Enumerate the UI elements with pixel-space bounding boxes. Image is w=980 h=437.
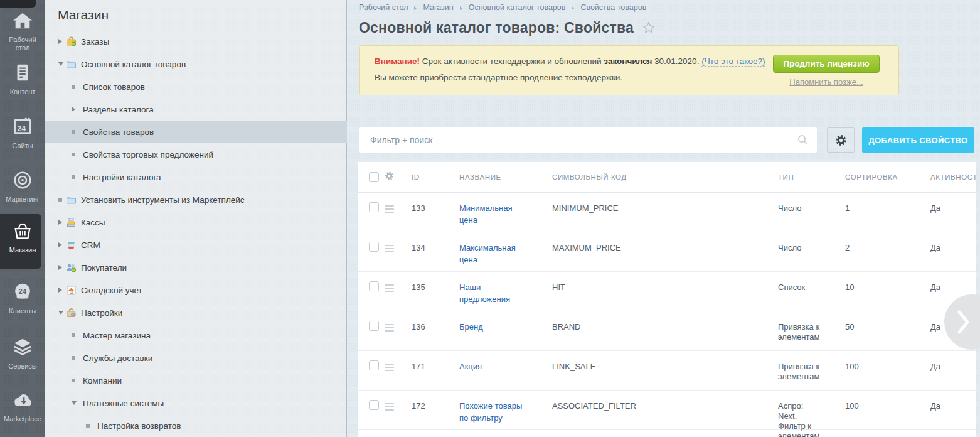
drag-handle-icon[interactable] [385, 403, 394, 413]
sidebar-item-5[interactable]: Свойства товаров [45, 121, 347, 143]
cell-code: MAXIMUM_PRICE [552, 242, 765, 254]
rail-item-sites[interactable]: 24Сайты [0, 116, 45, 150]
row-checkbox[interactable] [369, 281, 379, 291]
sidebar-item-14[interactable]: Мастер магазина [45, 324, 347, 347]
breadcrumb-item-1[interactable]: Рабочий стол [359, 3, 408, 12]
sidebar-item-17[interactable]: Платежные системы [45, 392, 347, 414]
sidebar-item-18[interactable]: Настройка возвратов [45, 414, 347, 437]
row-checkbox[interactable] [369, 202, 379, 212]
sidebar-item-4[interactable]: Разделы каталога [45, 98, 347, 121]
column-header-6[interactable]: АКТИВНОСТЬ [930, 173, 976, 181]
favorite-star-icon[interactable] [642, 21, 655, 36]
filter-search-input[interactable] [359, 127, 817, 153]
sidebar-item-label: Настройки каталога [83, 173, 161, 182]
column-header-1[interactable]: ID [412, 173, 420, 181]
sidebar-item-label: Заказы [81, 37, 109, 46]
sidebar-item-8[interactable]: Установить инструменты из Маркетплейс [45, 188, 347, 211]
table-row-136: 136 Бренд BRAND Привязка к элементам 50 … [358, 311, 976, 351]
marketing-icon [12, 170, 33, 191]
cell-name-link[interactable]: Максимальная цена [459, 242, 530, 266]
cell-active: Да [930, 360, 968, 372]
banner-line1: Внимание! Срок активности техподдержки и… [375, 53, 773, 70]
clients-icon: 24 [12, 281, 33, 303]
sidebar-item-13[interactable]: Настройки [45, 301, 347, 324]
cell-sort: 50 [845, 321, 889, 333]
sidebar-item-10[interactable]: CRM [45, 234, 347, 256]
services-icon [12, 337, 33, 358]
rail-item-label: Сервисы [4, 362, 41, 370]
cell-name-link[interactable]: Похожие товары по фильтру [459, 400, 530, 424]
row-checkbox[interactable] [369, 360, 379, 370]
cell-id: 136 [412, 321, 449, 333]
license-warning-banner: Внимание! Срок активности техподдержки и… [359, 45, 899, 95]
breadcrumb: Рабочий столМагазинОсновной каталог това… [359, 3, 646, 12]
banner-text: Внимание! Срок активности техподдержки и… [360, 46, 773, 95]
cell-sort: 1 [845, 202, 889, 214]
sidebar-item-6[interactable]: Свойства торговых предложений [45, 143, 347, 166]
cell-name-link[interactable]: Минимальная цена [459, 202, 530, 226]
cell-type: Привязка к элементам [778, 321, 823, 342]
row-checkbox[interactable] [369, 321, 379, 331]
breadcrumb-item-3[interactable]: Основной каталог товаров [469, 3, 566, 12]
cell-sort: 100 [845, 360, 889, 372]
cell-active: Да [930, 242, 968, 254]
rail-item-marketing[interactable]: Маркетинг [0, 170, 45, 203]
breadcrumb-item-2[interactable]: Магазин [423, 3, 453, 12]
column-header-2[interactable]: НАЗВАНИЕ [459, 173, 501, 181]
rail-item-label: Маркетинг [4, 195, 41, 203]
sidebar-item-7[interactable]: Настройки каталога [45, 166, 347, 188]
cell-name-link[interactable]: Бренд [459, 321, 530, 333]
shop-icon [12, 220, 33, 242]
row-checkbox[interactable] [369, 400, 379, 410]
bullet-icon [72, 85, 79, 89]
sidebar-item-15[interactable]: Службы доставки [45, 347, 347, 369]
sidebar-item-3[interactable]: Список товаров [45, 75, 347, 98]
sidebar-item-16[interactable]: Компании [45, 369, 347, 392]
drag-handle-icon[interactable] [385, 284, 394, 294]
drag-handle-icon[interactable] [385, 364, 394, 373]
table-settings-gear-icon[interactable] [385, 171, 394, 183]
page-title-row: Основной каталог товаров: Свойства [359, 19, 655, 36]
cell-name-link[interactable]: Акция [459, 360, 530, 372]
sidebar-item-label: Компании [83, 376, 122, 386]
rail-item-content[interactable]: Контент [0, 62, 45, 96]
rail-item-label: Marketplace [4, 415, 41, 423]
drag-handle-icon[interactable] [385, 205, 394, 215]
table-row-134: 134 Максимальная цена MAXIMUM_PRICE Числ… [358, 232, 976, 272]
sidebar-item-11[interactable]: Покупатели [45, 256, 347, 279]
cell-name-link[interactable]: Наши предложения [459, 281, 530, 305]
cell-code: ASSOCIATED_FILTER [552, 400, 765, 412]
sidebar-item-1[interactable]: Заказы [45, 30, 347, 53]
sidebar-item-12[interactable]: Складской учет [45, 279, 347, 301]
sidebar-item-label: Основной каталог товаров [81, 60, 186, 69]
drag-handle-icon[interactable] [385, 245, 394, 254]
rail-item-shop[interactable]: Магазин [0, 220, 45, 254]
bullet-icon [72, 130, 79, 134]
rail-item-label: Рабочий стол [4, 36, 41, 52]
sidebar-item-9[interactable]: Кассы [45, 211, 347, 234]
settings-icon [66, 308, 80, 318]
rail-item-marketplace[interactable]: Marketplace [0, 389, 45, 423]
column-header-5[interactable]: СОРТИРОВКА [845, 173, 898, 181]
remind-later-link[interactable]: Напомнить позже... [789, 77, 863, 87]
sidebar-item-2[interactable]: Основной каталог товаров [45, 53, 347, 75]
arrow-right-icon [58, 265, 66, 270]
add-property-button[interactable]: ДОБАВИТЬ СВОЙСТВО [862, 127, 974, 153]
list-settings-button[interactable] [827, 127, 855, 153]
column-header-3[interactable]: СИМВОЛЬНЫЙ КОД [552, 173, 627, 181]
rail-item-home[interactable]: Рабочий стол [0, 10, 45, 52]
sidebar-item-label: Кассы [81, 218, 105, 227]
folder-icon [66, 195, 80, 205]
main-content: Рабочий столМагазинОсновной каталог това… [347, 0, 980, 437]
rail-item-clients[interactable]: 24Клиенты [0, 281, 45, 315]
extend-license-button[interactable]: Продлить лицензию [773, 55, 880, 73]
rail-item-services[interactable]: Сервисы [0, 337, 45, 370]
sidebar-item-label: Настройки [81, 308, 122, 318]
row-checkbox[interactable] [369, 242, 379, 252]
banner-whats-this-link[interactable]: (Что это такое?) [701, 57, 765, 67]
breadcrumb-item-4[interactable]: Свойства товаров [580, 3, 646, 12]
select-all-checkbox[interactable] [369, 172, 379, 182]
drag-handle-icon[interactable] [385, 324, 394, 333]
column-header-4[interactable]: ТИП [778, 173, 794, 181]
banner-text1: Срок активности техподдержки и обновлени… [420, 57, 604, 66]
